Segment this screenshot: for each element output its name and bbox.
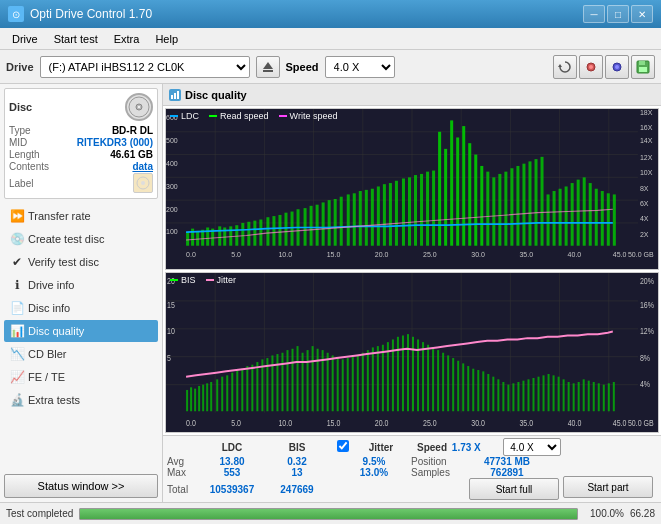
svg-rect-128 <box>601 191 604 246</box>
svg-text:45.0: 45.0 <box>613 417 627 427</box>
status-window-button[interactable]: Status window >> <box>4 474 158 498</box>
maximize-button[interactable]: □ <box>607 5 629 23</box>
progress-text: 100.0% <box>584 508 624 519</box>
svg-rect-125 <box>583 177 586 245</box>
svg-rect-165 <box>186 389 188 410</box>
svg-text:6X: 6X <box>640 198 649 208</box>
label-icon[interactable] <box>133 173 153 193</box>
svg-rect-222 <box>467 366 469 411</box>
disc-type-row: Type BD-R DL <box>9 125 153 136</box>
close-button[interactable]: ✕ <box>631 5 653 23</box>
chart1-legend: LDC Read speed Write speed <box>170 111 337 121</box>
svg-rect-89 <box>365 190 368 246</box>
svg-rect-220 <box>457 360 459 411</box>
speed-stat-label: Speed <box>411 438 451 456</box>
svg-rect-61 <box>196 231 199 246</box>
disc-mid-value: RITEKDR3 (000) <box>77 137 153 148</box>
svg-rect-237 <box>543 375 545 411</box>
sidebar-item-extra-tests[interactable]: 🔬 Extra tests <box>4 389 158 411</box>
sidebar-item-fe-te[interactable]: 📈 FE / TE <box>4 366 158 388</box>
svg-rect-197 <box>342 359 344 411</box>
disc-length-row: Length 46.61 GB <box>9 149 153 160</box>
sidebar-item-create-test-disc[interactable]: 💿 Create test disc <box>4 228 158 250</box>
svg-text:45.0: 45.0 <box>613 250 627 260</box>
position-value: 47731 MB <box>484 456 530 467</box>
legend-write-speed-dot <box>279 115 287 117</box>
svg-rect-113 <box>510 168 513 245</box>
svg-text:400: 400 <box>166 159 178 169</box>
svg-rect-216 <box>437 350 439 411</box>
drive-select[interactable]: (F:) ATAPI iHBS112 2 CL0K <box>40 56 250 78</box>
start-full-button[interactable]: Start full <box>469 478 559 500</box>
svg-text:100: 100 <box>166 227 178 237</box>
svg-rect-226 <box>487 374 489 411</box>
svg-text:10: 10 <box>167 326 175 336</box>
speed-stat-select[interactable]: 4.0 X <box>503 438 561 456</box>
samples-value: 762891 <box>490 467 523 478</box>
svg-rect-233 <box>522 380 524 411</box>
svg-text:8%: 8% <box>640 352 651 362</box>
sidebar-item-label: Extra tests <box>28 394 80 406</box>
svg-text:300: 300 <box>166 181 178 191</box>
drive-info-icon: ℹ <box>10 278 24 292</box>
disc-quality-icon: 📊 <box>10 324 24 338</box>
sidebar-item-label: FE / TE <box>28 371 65 383</box>
svg-rect-246 <box>588 380 590 411</box>
avg-ldc: 13.80 <box>219 456 244 467</box>
svg-rect-15 <box>171 95 173 99</box>
sidebar-item-verify-test-disc[interactable]: ✔ Verify test disc <box>4 251 158 273</box>
menu-help[interactable]: Help <box>147 31 186 47</box>
svg-rect-104 <box>456 137 459 245</box>
svg-text:16%: 16% <box>640 299 655 309</box>
svg-rect-63 <box>206 227 209 245</box>
svg-rect-90 <box>371 189 374 246</box>
svg-rect-221 <box>462 363 464 411</box>
refresh-button[interactable] <box>553 55 577 79</box>
svg-text:12%: 12% <box>640 326 655 336</box>
svg-rect-183 <box>271 355 273 411</box>
svg-rect-85 <box>340 197 343 246</box>
svg-text:15: 15 <box>167 299 175 309</box>
status-bar: Test completed 100.0% 66.28 <box>0 502 661 524</box>
svg-rect-76 <box>284 213 287 246</box>
svg-text:20%: 20% <box>640 275 655 285</box>
svg-rect-103 <box>450 120 453 245</box>
menu-start-test[interactable]: Start test <box>46 31 106 47</box>
menu-drive[interactable]: Drive <box>4 31 46 47</box>
svg-text:30.0: 30.0 <box>471 417 485 427</box>
sidebar-item-disc-info[interactable]: 📄 Disc info <box>4 297 158 319</box>
speed-select[interactable]: 4.0 X <box>325 56 395 78</box>
svg-rect-110 <box>492 177 495 245</box>
settings-button2[interactable] <box>605 55 629 79</box>
disc-panel-header: Disc <box>9 93 153 121</box>
svg-rect-188 <box>297 346 299 411</box>
jitter-checkbox[interactable] <box>337 440 349 452</box>
menu-extra[interactable]: Extra <box>106 31 148 47</box>
start-part-button[interactable]: Start part <box>563 476 653 498</box>
main-content: Disc quality LDC Read speed <box>163 84 661 502</box>
save-button[interactable] <box>631 55 655 79</box>
menu-bar: Drive Start test Extra Help <box>0 28 661 50</box>
settings-button1[interactable] <box>579 55 603 79</box>
svg-rect-168 <box>198 385 200 410</box>
svg-rect-173 <box>221 376 223 411</box>
app-title: Opti Drive Control 1.70 <box>30 7 152 21</box>
svg-rect-105 <box>462 126 465 246</box>
legend-jitter-dot <box>206 279 214 281</box>
chart2-svg: 20% 16% 12% 8% 4% 20 15 10 5 0.0 5.0 10.… <box>166 273 658 433</box>
eject-button[interactable] <box>256 56 280 78</box>
sidebar-item-transfer-rate[interactable]: ⏩ Transfer rate <box>4 205 158 227</box>
svg-rect-166 <box>190 387 192 411</box>
sidebar-item-disc-quality[interactable]: 📊 Disc quality <box>4 320 158 342</box>
svg-rect-240 <box>558 376 560 411</box>
toolbar-buttons <box>553 55 655 79</box>
svg-rect-214 <box>427 344 429 410</box>
disc-contents-value[interactable]: data <box>132 161 153 172</box>
svg-rect-235 <box>532 378 534 411</box>
svg-rect-120 <box>553 191 556 246</box>
sidebar-item-drive-info[interactable]: ℹ Drive info <box>4 274 158 296</box>
disc-icon <box>125 93 153 121</box>
legend-ldc-dot <box>170 115 178 117</box>
minimize-button[interactable]: ─ <box>583 5 605 23</box>
sidebar-item-cd-bler[interactable]: 📉 CD Bler <box>4 343 158 365</box>
